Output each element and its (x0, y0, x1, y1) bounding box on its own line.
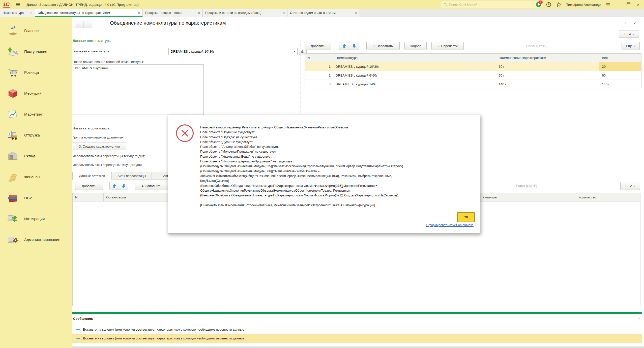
form-close-icon[interactable]: × (633, 21, 636, 26)
col-nomenclature[interactable]: Номенклатура (333, 54, 496, 62)
tab-otchet-oplat[interactable]: Отчет по видам оплат с итогом × (287, 9, 360, 17)
right-search-field[interactable]: Поиск (Ctrl+F) (526, 44, 547, 48)
1c-logo: 1С (3, 2, 10, 8)
red-cube-icon (7, 88, 19, 99)
cell-characteristic: 30 г (496, 62, 599, 71)
tab-close-icon[interactable]: × (138, 11, 140, 15)
sidebar-item-finansy[interactable]: Финансы (0, 166, 72, 187)
transfer-button[interactable]: 2. Перенести (431, 42, 464, 50)
admin-gear-icon (7, 234, 19, 246)
main-menu-icon[interactable] (16, 2, 20, 7)
ok-button[interactable]: OK (457, 212, 475, 222)
col-quantity[interactable]: Количество (576, 193, 640, 201)
form-kebab-icon[interactable]: ⋮ (624, 21, 628, 26)
sidebar-label: НСИ (24, 196, 32, 200)
tab-close-icon[interactable]: × (283, 11, 285, 15)
bottom-more-button[interactable]: Еще▾ (620, 182, 640, 190)
minimize-button[interactable]: – (615, 3, 621, 7)
deleted-group-label: Группа номенклатуры удаленных: (73, 135, 124, 139)
error-line (200, 198, 476, 203)
tab-close-icon[interactable]: × (355, 11, 357, 15)
sidebar-item-sklad[interactable]: Склад (0, 146, 72, 166)
cell-n: 3 (305, 80, 333, 88)
bottom-add-button[interactable]: Добавить (75, 182, 103, 190)
move-down-button[interactable] (349, 42, 359, 50)
back-button[interactable]: ← (75, 21, 83, 28)
move-up-button[interactable] (339, 42, 349, 50)
tab-obedinenie[interactable]: Объединение номенклатуры по характеристи… (35, 9, 143, 17)
history-icon[interactable] (546, 2, 551, 7)
bottom-move-down-button[interactable] (119, 182, 128, 190)
right-add-button[interactable]: Добавить (305, 42, 331, 50)
global-search-input[interactable]: Поиск Ctrl+Shift+F (441, 1, 540, 8)
col-characteristic-partial[interactable]: нклатуры (480, 193, 576, 201)
cell-characteristic: 140 г (496, 80, 599, 88)
tab-prodazhi-tovarov[interactable]: Продажи товаров - копия × (143, 9, 203, 17)
cell-weight: 60 г (599, 71, 641, 80)
notifications-bell-icon[interactable]: 1 (536, 2, 541, 7)
sidebar-item-glavnoe[interactable]: Главное (0, 20, 72, 41)
close-window-button[interactable]: × (635, 3, 641, 7)
col-weight[interactable]: Вес (599, 54, 641, 62)
messages-close-icon[interactable]: × (638, 316, 640, 321)
message-item[interactable]: Встаньте на колонку (имя колонки соотвес… (72, 325, 642, 334)
new-category-label: Новая категория товара: (73, 126, 110, 130)
favorites-star-icon[interactable] (556, 2, 562, 7)
bottom-move-up-button[interactable] (109, 182, 119, 190)
table-row[interactable]: 2 DREAMIES с курицей 6*60г 60 г 60 г (305, 71, 641, 80)
cell-weight: 140 г (599, 80, 641, 88)
sidebar-item-otgruzka[interactable]: Отгрузка (0, 125, 72, 146)
new-name-textarea[interactable]: DREAMIES с курицей (73, 64, 204, 115)
sidebar-item-postupleniya[interactable]: Поступления (0, 41, 72, 62)
sidebar-item-administrirovanie[interactable]: Администрирование (0, 229, 72, 250)
right-more-button[interactable]: Еще▾ (622, 42, 640, 50)
tab-nomenklatura[interactable]: Номенклатура × (0, 9, 35, 17)
col-n[interactable]: N (305, 54, 333, 62)
sidebar-label: Главное (24, 28, 39, 33)
bottom-fill-button[interactable]: 4. Заполнить (135, 182, 168, 190)
sidebar-item-marketing[interactable]: Маркетинг (0, 104, 72, 125)
create-characteristics-button[interactable]: 3. Создать характеристики (73, 143, 126, 150)
sidebar-item-integratsiya[interactable]: Интеграция (0, 208, 72, 229)
table-row[interactable]: 1 DREAMIES с курицей 10*30г 30 г 30 г (305, 62, 641, 71)
message-item-selected[interactable]: Встаньте на колонку (имя колонки соотвес… (72, 334, 642, 343)
message-text: Встаньте на колонку (имя колонки соотвес… (83, 328, 244, 331)
tab-close-icon[interactable]: × (30, 11, 32, 15)
notification-badge: 1 (538, 1, 543, 4)
service-menu-icon[interactable] (605, 2, 611, 7)
tab-dannye-ostatkov[interactable]: Данные остатков (72, 172, 112, 180)
error-line: Поле объекта "НикотиносодержащаяПродукци… (200, 159, 476, 164)
head-nomenclature-combobox[interactable]: DREAMIES с курицей 10*30г ▾ (168, 48, 298, 55)
messages-splitter[interactable] (72, 312, 642, 314)
error-line: Поле объекта "МолочнаяПродукция" не суще… (200, 149, 476, 154)
arrow-up-icon (342, 44, 346, 48)
tab-label: Объединение номенклатуры по характеристи… (38, 11, 110, 15)
pick-button[interactable]: Подбор (404, 42, 427, 50)
use-revaluation-label: Использовать акты переоценки текущего дн… (73, 163, 142, 167)
col-characteristic[interactable]: Наименование характеристики (496, 54, 599, 62)
page-title: Объединение номенклатуры по характеристи… (110, 20, 226, 26)
forward-button[interactable]: → (83, 21, 92, 28)
table-row[interactable]: 3 DREAMIES с курицей 140г 140 г 140 г (305, 80, 641, 88)
tab-prodazhi-ostatki[interactable]: Продажи и остатки по складам (Расш) × (203, 9, 287, 17)
coins-icon (7, 171, 19, 183)
sidebar-item-nsi[interactable]: НСИ (0, 187, 72, 208)
combobox-dropdown-icon[interactable]: ▾ (292, 50, 297, 53)
app-window: 1С Далион Зоомаркет / ДАЛИОН: ТРЕНД, ред… (0, 0, 644, 348)
error-line: [ОшибкаВоВремяВыполненияВстроенногоЯзыка… (200, 203, 476, 208)
integration-arrows-icon (7, 213, 19, 225)
tab-close-icon[interactable]: × (198, 11, 200, 15)
bottom-search-field[interactable]: Поиск (Ctrl+F) (516, 184, 537, 188)
use-resort-label: Использовать акты пересортицы текущего д… (73, 154, 145, 158)
col-n[interactable]: N (73, 193, 104, 201)
maximize-button[interactable] (625, 3, 631, 6)
more-label: Еще (624, 32, 631, 36)
current-user[interactable]: Тимофеев Александр (566, 3, 601, 7)
fill-button[interactable]: 1. Заполнить (366, 42, 400, 50)
error-report-link[interactable]: Сформировать отчет об ошибке (426, 223, 474, 227)
sidebar-item-merkuriy[interactable]: Меркурий (0, 83, 72, 104)
tab-akty-peresortitsy[interactable]: Акты пересортицы (112, 172, 152, 180)
form-more-button[interactable]: Еще▾ (619, 30, 639, 38)
sidebar-label: Розница (24, 70, 39, 75)
sidebar-item-roznitsa[interactable]: Розница (0, 62, 72, 83)
